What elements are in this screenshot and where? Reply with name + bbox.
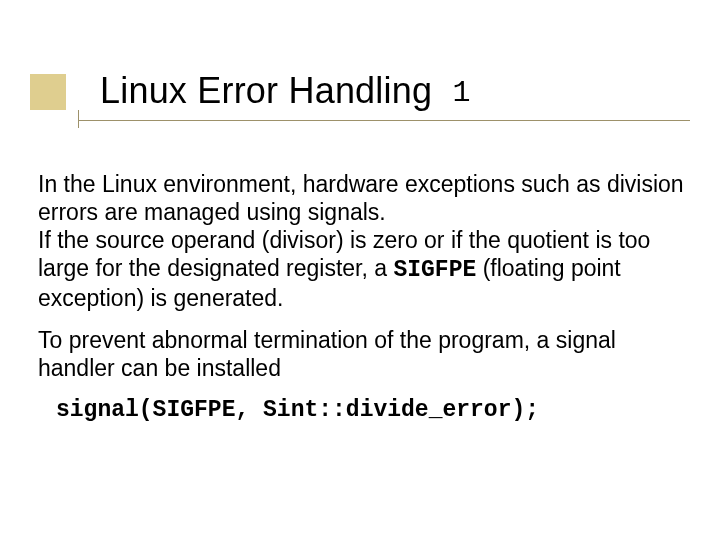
accent-square [30,74,66,110]
slide-body: In the Linux environment, hardware excep… [38,170,686,424]
slide-title: Linux Error Handling 1 [100,70,471,112]
slide-title-main: Linux Error Handling [100,70,432,111]
slide-title-number: 1 [452,76,470,110]
title-rule [78,120,690,121]
title-block: Linux Error Handling 1 [30,70,471,112]
inline-code-sigfpe: SIGFPE [393,257,476,283]
paragraph-1a: In the Linux environment, hardware excep… [38,171,684,225]
paragraph-2: To prevent abnormal termination of the p… [38,326,686,382]
title-rule-tick [78,110,79,128]
code-line-signal: signal(SIGFPE, Sint::divide_error); [56,396,686,424]
paragraph-1: In the Linux environment, hardware excep… [38,170,686,312]
slide: Linux Error Handling 1 In the Linux envi… [0,0,720,540]
